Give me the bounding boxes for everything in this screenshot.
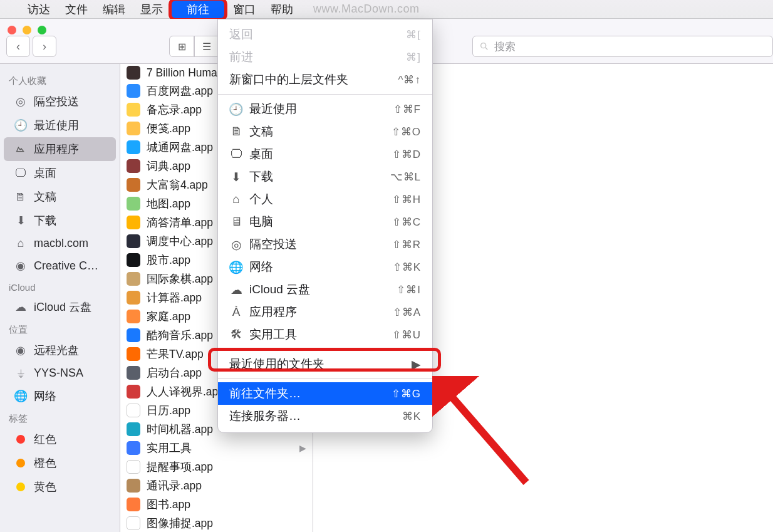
menubar-item[interactable]: 访达 [20,0,58,19]
sidebar-item[interactable]: ◉远程光盘 [4,338,116,362]
search-icon [479,41,489,51]
menu-item-label: 下载 [249,169,273,185]
sidebar-item[interactable]: ⏚YYS-NSA [4,362,116,384]
menu-item[interactable]: 🌐网络⇧⌘K [218,256,432,278]
app-icon [127,460,140,474]
menu-item-label: 个人 [249,191,273,207]
recent-icon: 🕘 [14,118,28,132]
menu-item: 返回⌘[ [218,23,432,46]
sidebar-item[interactable]: 🕘最近使用 [4,113,116,137]
sidebar-item[interactable]: ◎隔空投送 [4,90,116,113]
globe-icon: 🌐 [14,389,28,403]
menubar: 访达 文件 编辑 显示 前往 窗口 帮助 www.MacDown.com [0,0,773,19]
sidebar-item[interactable]: ⌂macbl.com [4,232,116,254]
sidebar-item[interactable]: 🗎文稿 [4,185,116,209]
app-icon [127,404,140,417]
menu-item[interactable]: ⌂个人⇧⌘H [218,188,432,211]
file-label: 日历.app [147,403,190,418]
sidebar-item[interactable]: 🖵桌面 [4,161,116,185]
back-button[interactable]: ‹ [6,36,30,57]
sidebar-item-label: iCloud 云盘 [34,300,91,315]
app-icon [127,140,140,154]
downloads-icon: ⬇ [14,214,28,227]
sidebar-item[interactable]: 应用程序 [4,137,116,161]
menubar-item[interactable]: 编辑 [95,0,133,19]
file-label: 便笺.app [147,121,190,136]
menu-item-label: 文稿 [249,123,273,140]
sidebar-item[interactable]: 🌐网络 [4,384,116,408]
file-label: 股市.app [147,253,190,268]
file-row[interactable]: 提醒事项.app [120,457,313,476]
menu-item-label: 返回 [229,26,253,43]
view-icons-button[interactable]: ⊞ [169,36,194,57]
close-window-icon[interactable] [8,26,16,34]
minimize-window-icon[interactable] [23,26,31,34]
app-icon [127,253,140,267]
sidebar-item[interactable]: 橙色 [4,451,116,475]
menu-item[interactable]: 最近使用的文件夹▶ [218,353,432,375]
menubar-item-go[interactable]: 前往 [170,0,226,19]
sidebar-item[interactable]: ⬇下载 [4,209,116,232]
app-icon [127,516,140,530]
menubar-item[interactable]: 文件 [58,0,95,19]
view-list-button[interactable]: ☰ [194,36,219,57]
menubar-item[interactable]: 帮助 [263,0,301,19]
cc-icon: ◉ [14,259,28,273]
menu-item[interactable]: 🖵桌面⇧⌘D [218,143,432,165]
menu-item[interactable]: ☁iCloud 云盘⇧⌘I [218,278,432,301]
airdrop-icon: ◎ [14,95,28,108]
menu-shortcut: ⇧⌘R [392,238,421,251]
menu-item-label: 应用程序 [249,304,297,320]
menu-shortcut: ^⌘↑ [398,73,421,86]
drive-icon: ⏚ [14,367,28,380]
menu-item-label: 网络 [249,259,273,275]
apps-icon [14,143,28,155]
file-row[interactable]: 实用工具▶ [120,439,313,457]
cloud-icon: ☁ [14,300,28,314]
app-icon [127,197,140,211]
home-icon: ⌂ [229,192,243,206]
menu-item[interactable]: ◎隔空投送⇧⌘R [218,233,432,256]
sidebar-item[interactable]: ◉Creative C… [4,254,116,277]
menu-item-label: 电脑 [249,214,273,230]
watermark-text: www.MacDown.com [313,3,420,16]
sidebar-item-label: 远程光盘 [34,343,79,358]
menu-item[interactable]: 新窗口中的上层文件夹^⌘↑ [218,68,432,91]
menu-item-label: 实用工具 [249,326,297,343]
desktop-icon: 🖵 [14,167,28,180]
menu-item[interactable]: 🛠实用工具⇧⌘U [218,323,432,346]
app-icon [127,291,140,305]
menubar-item[interactable]: 窗口 [226,0,263,19]
app-icon [127,122,140,135]
sidebar-item[interactable]: 黄色 [4,475,116,499]
file-row[interactable]: 图书.app [120,495,313,514]
airdrop-icon: ◎ [229,237,243,252]
menu-item[interactable]: 🕘最近使用⇧⌘F [218,98,432,120]
computer-icon: 🖥 [229,215,243,229]
menubar-item[interactable]: 显示 [133,0,170,19]
cloud-icon: ☁ [229,283,243,297]
file-label: 调度中心.app [147,234,213,249]
file-label: 备忘录.app [147,102,202,117]
menu-item[interactable]: 🖥电脑⇧⌘C [218,211,432,233]
file-row[interactable]: 图像捕捉.app [120,514,313,532]
menu-item[interactable]: 前往文件夹…⇧⌘G [218,382,432,405]
sidebar-item[interactable]: ☁iCloud 云盘 [4,295,116,319]
file-row[interactable]: 通讯录.app [120,476,313,495]
menu-shortcut: ⇧⌘H [392,193,421,206]
menu-item[interactable]: ⬇下载⌥⌘L [218,165,432,188]
zoom-window-icon[interactable] [38,26,46,34]
menu-shortcut: ⇧⌘C [392,216,421,229]
file-label: 计算器.app [147,290,202,305]
sidebar-item-label: Creative C… [34,259,98,273]
menu-item[interactable]: 连接服务器…⌘K [218,405,432,427]
search-input[interactable]: 搜索 [472,36,773,57]
file-label: 国际象棋.app [147,271,213,286]
app-icon [127,216,140,229]
sidebar-item[interactable]: 红色 [4,427,116,451]
menu-item[interactable]: À应用程序⇧⌘A [218,301,432,323]
file-label: 图像捕捉.app [147,516,213,531]
sidebar-section-title: 个人收藏 [0,70,120,90]
menu-item[interactable]: 🗎文稿⇧⌘O [218,120,432,143]
forward-button[interactable]: › [33,36,56,57]
